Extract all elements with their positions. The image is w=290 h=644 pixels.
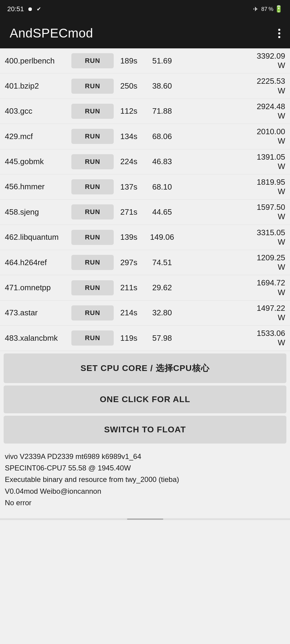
bench-score: 46.83 (144, 157, 180, 166)
bench-time: 137s (114, 182, 144, 192)
table-row: 403.gcc RUN 112s 71.88 2924.48W (0, 99, 290, 124)
info-line-1: SPECINT06-CPU7 55.58 @ 1945.40W (5, 462, 285, 474)
bench-score: 149.06 (144, 233, 180, 242)
bench-score: 51.69 (144, 56, 180, 66)
run-button-458.sjeng[interactable]: RUN (71, 204, 114, 220)
check-icon: ✔ (37, 6, 41, 12)
info-line-2: Executable binary and resource from twy_… (5, 474, 285, 485)
table-row: 473.astar RUN 214s 32.80 1497.22W (0, 301, 290, 326)
battery-level: 87 (261, 6, 267, 12)
bench-score: 29.62 (144, 283, 180, 292)
info-line-0: vivo V2339A PD2339 mt6989 k6989v1_64 (5, 451, 285, 462)
run-button-456.hmmer[interactable]: RUN (71, 179, 114, 194)
bench-name: 400.perlbench (5, 56, 71, 66)
bench-watts: 2225.53W (180, 76, 285, 95)
run-button-445.gobmk[interactable]: RUN (71, 154, 114, 169)
bench-score: 38.60 (144, 81, 180, 91)
bench-watts: 1391.05W (180, 152, 285, 171)
battery-shape: 🔋 (275, 5, 283, 13)
app-title: AndSPECmod (10, 26, 93, 41)
battery-display: 87 % 🔋 (261, 5, 283, 13)
run-button-483.xalancbmk[interactable]: RUN (71, 330, 114, 346)
time-display: 20:51 (7, 5, 24, 13)
bench-time: 139s (114, 233, 144, 242)
bench-name: 403.gcc (5, 106, 71, 116)
bench-time: 134s (114, 132, 144, 141)
table-row: 471.omnetpp RUN 211s 29.62 1694.72W (0, 275, 290, 300)
bench-name: 445.gobmk (5, 157, 71, 166)
bench-watts: 1694.72W (180, 278, 285, 297)
run-button-429.mcf[interactable]: RUN (71, 129, 114, 144)
run-button-464.h264ref[interactable]: RUN (71, 255, 114, 270)
table-row: 462.libquantum RUN 139s 149.06 3315.05W (0, 225, 290, 250)
dot-1 (278, 29, 280, 31)
status-bar: 20:51 ⏺ ✔ ✈ 87 % 🔋 (0, 0, 290, 18)
table-row: 456.hmmer RUN 137s 68.10 1819.95W (0, 174, 290, 200)
benchmark-list: 400.perlbench RUN 189s 51.69 3392.09W 40… (0, 48, 290, 351)
run-button-471.omnetpp[interactable]: RUN (71, 280, 114, 295)
table-row: 458.sjeng RUN 271s 44.65 1597.50W (0, 200, 290, 225)
bench-watts: 1497.22W (180, 304, 285, 322)
run-button-400.perlbench[interactable]: RUN (71, 53, 114, 68)
scroll-indicator (0, 518, 290, 520)
bench-watts: 1209.25W (180, 253, 285, 272)
bench-time: 214s (114, 308, 144, 317)
one-click-for-all-button[interactable]: ONE CLICK FOR ALL (4, 385, 286, 413)
scroll-bar (127, 519, 163, 520)
dot-3 (278, 36, 280, 38)
bench-time: 297s (114, 258, 144, 267)
switch-to-float-button[interactable]: SWITCH TO FLOAT (4, 416, 286, 444)
status-bar-left: 20:51 ⏺ ✔ (7, 5, 41, 13)
bench-name: 458.sjeng (5, 207, 71, 217)
bench-name: 471.omnetpp (5, 283, 71, 292)
status-bar-right: ✈ 87 % 🔋 (253, 5, 283, 13)
bench-name: 464.h264ref (5, 258, 71, 267)
bench-score: 57.98 (144, 333, 180, 343)
table-row: 401.bzip2 RUN 250s 38.60 2225.53W (0, 73, 290, 99)
bench-time: 119s (114, 333, 144, 343)
bench-score: 32.80 (144, 308, 180, 317)
bench-score: 44.65 (144, 207, 180, 217)
bench-watts: 3392.09W (180, 51, 285, 70)
battery-percent: % (269, 6, 273, 12)
run-button-401.bzip2[interactable]: RUN (71, 79, 114, 94)
run-button-473.astar[interactable]: RUN (71, 305, 114, 320)
info-section: vivo V2339A PD2339 mt6989 k6989v1_64SPEC… (0, 446, 290, 516)
bench-score: 68.10 (144, 182, 180, 192)
bench-time: 211s (114, 283, 144, 292)
bench-name: 483.xalancbmk (5, 333, 71, 343)
bottom-buttons: SET CPU CORE / 选择CPU核心 ONE CLICK FOR ALL… (0, 351, 290, 446)
dot-2 (278, 32, 280, 34)
table-row: 429.mcf RUN 134s 68.06 2010.00W (0, 124, 290, 149)
bench-watts: 2010.00W (180, 127, 285, 146)
bench-name: 473.astar (5, 308, 71, 317)
menu-button[interactable] (278, 29, 280, 38)
table-row: 400.perlbench RUN 189s 51.69 3392.09W (0, 48, 290, 73)
bench-watts: 1819.95W (180, 177, 285, 196)
bench-watts: 1597.50W (180, 203, 285, 221)
run-button-403.gcc[interactable]: RUN (71, 104, 114, 119)
bench-time: 189s (114, 56, 144, 66)
bench-watts: 3315.05W (180, 228, 285, 247)
info-line-4: No error (5, 497, 285, 509)
bench-time: 112s (114, 106, 144, 116)
table-row: 445.gobmk RUN 224s 46.83 1391.05W (0, 149, 290, 174)
bench-watts: 1533.06W (180, 329, 285, 347)
bench-time: 271s (114, 207, 144, 217)
bench-score: 71.88 (144, 106, 180, 116)
table-row: 464.h264ref RUN 297s 74.51 1209.25W (0, 250, 290, 275)
set-cpu-core-button[interactable]: SET CPU CORE / 选择CPU核心 (4, 353, 286, 383)
bench-score: 74.51 (144, 258, 180, 267)
bench-score: 68.06 (144, 132, 180, 141)
media-icon: ⏺ (28, 6, 33, 12)
bench-name: 462.libquantum (5, 233, 71, 242)
bench-watts: 2924.48W (180, 102, 285, 121)
bench-name: 429.mcf (5, 132, 71, 141)
table-row: 483.xalancbmk RUN 119s 57.98 1533.06W (0, 326, 290, 351)
bench-time: 250s (114, 81, 144, 91)
bench-name: 401.bzip2 (5, 81, 71, 91)
bench-name: 456.hmmer (5, 182, 71, 191)
run-button-462.libquantum[interactable]: RUN (71, 230, 114, 245)
airplane-icon: ✈ (253, 5, 258, 13)
app-bar: AndSPECmod (0, 18, 290, 48)
